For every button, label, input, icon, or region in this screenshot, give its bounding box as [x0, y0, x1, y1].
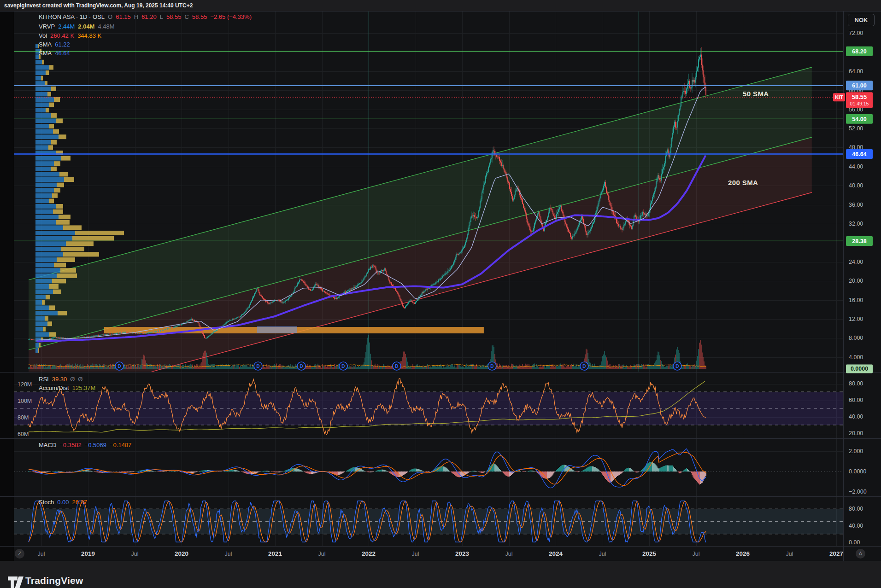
svg-text:2023: 2023	[455, 550, 470, 557]
tradingview-logo-icon[interactable]	[8, 576, 23, 588]
sma50-annotation[interactable]: 50 SMA	[743, 90, 769, 98]
price-label-68.20: 68.20	[846, 47, 873, 56]
svg-text:100M: 100M	[18, 398, 32, 404]
svg-text:36.00: 36.00	[849, 202, 863, 208]
price-label-46.64: 46.64	[846, 149, 873, 159]
svg-text:4.000: 4.000	[849, 354, 863, 361]
tradingview-wordmark[interactable]: TradingView	[25, 575, 83, 586]
svg-text:01:49:15: 01:49:15	[850, 101, 869, 106]
svg-text:D: D	[341, 364, 345, 369]
svg-text:Jul: Jul	[693, 551, 700, 557]
svg-text:20.00: 20.00	[849, 278, 863, 284]
svg-text:D: D	[490, 364, 493, 369]
svg-text:D: D	[256, 364, 259, 369]
watermark-bar: savepiginvest created with TradingView.c…	[0, 0, 881, 11]
svg-text:Jul: Jul	[786, 551, 793, 557]
svg-text:D: D	[675, 364, 679, 369]
svg-text:28.38: 28.38	[852, 238, 866, 245]
svg-text:2019: 2019	[81, 550, 95, 557]
price-label-54.00: 54.00	[846, 114, 873, 124]
svg-text:20.00: 20.00	[849, 430, 863, 437]
svg-text:16.00: 16.00	[849, 297, 863, 303]
svg-text:Jul: Jul	[131, 551, 139, 557]
svg-text:72.00: 72.00	[849, 30, 863, 36]
svg-text:64.00: 64.00	[849, 68, 863, 75]
svg-text:40.00: 40.00	[849, 413, 863, 420]
svg-text:2027: 2027	[829, 550, 843, 557]
svg-text:2026: 2026	[736, 550, 750, 557]
svg-text:D: D	[117, 364, 121, 369]
svg-text:120M: 120M	[18, 381, 32, 388]
svg-text:Jul: Jul	[505, 551, 513, 557]
svg-text:68.20: 68.20	[852, 48, 866, 55]
timezone-button[interactable]: Z	[15, 549, 24, 559]
svg-text:40.00: 40.00	[849, 182, 863, 189]
volume-zero-label: 0.0000	[846, 365, 873, 373]
svg-text:Jul: Jul	[412, 551, 419, 557]
svg-text:24.00: 24.00	[849, 259, 863, 265]
svg-text:80M: 80M	[18, 414, 29, 421]
footer-bar: TradingView	[0, 561, 881, 588]
svg-text:2025: 2025	[642, 550, 657, 557]
svg-text:80.00: 80.00	[849, 380, 863, 387]
svg-text:44.00: 44.00	[849, 163, 863, 170]
svg-text:58.55: 58.55	[852, 93, 867, 100]
svg-text:46.64: 46.64	[852, 151, 866, 157]
chart-canvas[interactable]: DDDDDDDD72.0064.0060.0056.0052.0048.0044…	[0, 0, 881, 588]
svg-text:60M: 60M	[18, 431, 29, 437]
svg-text:12.00: 12.00	[849, 316, 863, 322]
svg-text:2022: 2022	[362, 550, 376, 557]
svg-text:Jul: Jul	[599, 551, 606, 557]
svg-text:40.00: 40.00	[849, 523, 863, 529]
svg-text:2.000: 2.000	[849, 448, 863, 454]
price-label-28.38: 28.38	[846, 236, 873, 246]
svg-text:8.000: 8.000	[849, 335, 863, 341]
svg-text:2020: 2020	[175, 550, 188, 557]
svg-text:D: D	[582, 364, 586, 369]
svg-text:D: D	[395, 364, 398, 369]
svg-text:2021: 2021	[268, 550, 282, 557]
tradingview-chart-window: DDDDDDDD72.0064.0060.0056.0052.0048.0044…	[0, 0, 881, 588]
svg-text:−2.000: −2.000	[849, 489, 867, 495]
svg-text:60.00: 60.00	[849, 397, 863, 403]
svg-text:61.00: 61.00	[852, 82, 866, 89]
price-label-61.00: 61.00	[846, 81, 873, 90]
svg-text:52.00: 52.00	[849, 125, 863, 132]
svg-text:Jul: Jul	[38, 551, 45, 557]
svg-text:Jul: Jul	[318, 551, 326, 557]
svg-text:D: D	[300, 364, 303, 369]
svg-text:0.0000: 0.0000	[849, 468, 866, 475]
autoscale-button[interactable]: A	[856, 549, 865, 559]
svg-text:54.00: 54.00	[852, 116, 866, 122]
sma200-annotation[interactable]: 200 SMA	[728, 179, 758, 186]
svg-text:0.0000: 0.0000	[851, 366, 868, 372]
value-area-band	[257, 326, 297, 333]
svg-text:0.00: 0.00	[849, 539, 860, 546]
svg-text:32.00: 32.00	[849, 221, 863, 227]
watermark-text: savepiginvest created with TradingView.c…	[4, 2, 193, 9]
svg-text:KIT: KIT	[835, 94, 843, 100]
currency-toggle-button[interactable]: NOK	[848, 14, 875, 26]
svg-text:80.00: 80.00	[849, 506, 863, 512]
svg-text:Jul: Jul	[225, 551, 232, 557]
svg-text:2024: 2024	[549, 550, 563, 557]
